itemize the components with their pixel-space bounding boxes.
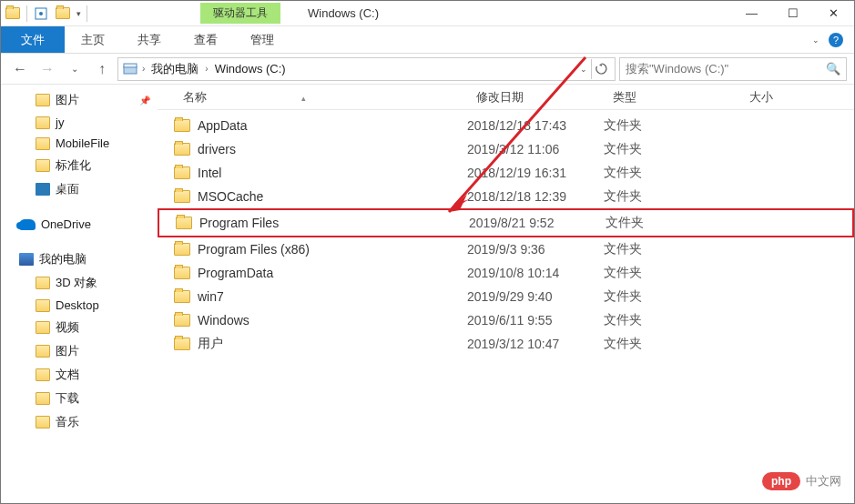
navigation-pane[interactable]: 图片📌jyMobileFile标准化桌面OneDrive我的电脑3D 对象Des…: [1, 85, 158, 504]
file-row[interactable]: Program Files2019/8/21 9:52文件夹: [158, 208, 854, 237]
tab-home[interactable]: 主页: [65, 26, 121, 53]
folder-icon-2[interactable]: [55, 5, 71, 22]
folder-icon: [36, 321, 50, 334]
recent-dropdown[interactable]: ⌄: [63, 57, 87, 81]
file-date: 2019/6/11 9:55: [467, 313, 604, 328]
folder-icon: [36, 116, 50, 129]
sidebar-item[interactable]: MobileFile: [1, 133, 158, 154]
file-type: 文件夹: [604, 188, 740, 205]
search-icon[interactable]: 🔍: [826, 62, 840, 76]
address-bar[interactable]: › 我的电脑 › Windows (C:) ⌄: [117, 57, 616, 81]
sidebar-item[interactable]: 音乐: [1, 410, 158, 434]
properties-icon[interactable]: [33, 5, 49, 22]
sidebar-item-label: Desktop: [56, 298, 99, 312]
folder-icon: [174, 166, 190, 179]
titlebar: ▾ 驱动器工具 Windows (C:) — ☐ ✕: [1, 1, 854, 26]
folder-icon: [36, 277, 50, 289]
column-headers: 名称 ▴ 修改日期 类型 大小: [158, 85, 854, 110]
tab-file[interactable]: 文件: [1, 26, 65, 53]
file-name: drivers: [198, 142, 236, 156]
folder-icon: [5, 5, 21, 22]
sidebar-item[interactable]: 下载: [1, 387, 158, 410]
tab-share[interactable]: 共享: [121, 26, 178, 53]
quick-access-toolbar: ▾: [1, 5, 91, 22]
refresh-button[interactable]: [591, 59, 611, 79]
file-name: Program Files (x86): [198, 242, 310, 257]
file-row[interactable]: 用户2019/3/12 10:47文件夹: [158, 332, 854, 356]
file-row[interactable]: ProgramData2019/10/8 10:14文件夹: [158, 261, 854, 285]
drive-icon: [122, 61, 138, 77]
file-type: 文件夹: [604, 241, 740, 257]
file-row[interactable]: AppData2018/12/18 17:43文件夹: [158, 114, 854, 137]
search-input[interactable]: 搜索"Windows (C:)" 🔍: [619, 57, 847, 81]
folder-icon: [36, 94, 50, 106]
file-type: 文件夹: [604, 288, 740, 305]
forward-button[interactable]: →: [36, 57, 59, 81]
back-button[interactable]: ←: [8, 57, 32, 81]
file-name: Program Files: [199, 216, 279, 230]
sidebar-item[interactable]: 桌面: [1, 177, 158, 201]
file-date: 2018/12/19 16:31: [467, 166, 604, 180]
folder-icon: [174, 338, 190, 350]
file-row[interactable]: Intel2018/12/19 16:31文件夹: [158, 161, 854, 185]
ribbon-expand-icon[interactable]: ⌄: [812, 35, 819, 45]
sidebar-item[interactable]: Desktop: [1, 295, 158, 316]
file-type: 文件夹: [604, 312, 740, 328]
up-button[interactable]: ↑: [90, 57, 114, 81]
file-row[interactable]: MSOCache2018/12/18 12:39文件夹: [158, 185, 854, 208]
maximize-button[interactable]: ☐: [772, 1, 813, 26]
column-header-name[interactable]: 名称 ▴: [158, 89, 467, 106]
ribbon-tabs: 文件 主页 共享 查看 管理 ⌄ ?: [1, 26, 854, 54]
file-date: 2018/12/18 12:39: [467, 189, 604, 204]
file-row[interactable]: Program Files (x86)2019/9/3 9:36文件夹: [158, 237, 854, 261]
file-date: 2018/12/18 17:43: [467, 118, 604, 133]
address-dropdown-icon[interactable]: ⌄: [580, 65, 587, 74]
sidebar-item-label: 下载: [56, 390, 79, 407]
file-type: 文件夹: [604, 117, 740, 134]
sidebar-item[interactable]: jy: [1, 112, 158, 133]
sidebar-item[interactable]: OneDrive: [1, 214, 158, 235]
breadcrumb-seg-1[interactable]: 我的电脑: [148, 61, 201, 77]
folder-icon: [36, 159, 50, 172]
minimize-button[interactable]: —: [731, 1, 772, 26]
sidebar-item[interactable]: 图片: [1, 339, 158, 363]
sidebar-item[interactable]: 视频: [1, 316, 158, 339]
folder-icon: [174, 243, 190, 256]
folder-icon: [176, 217, 192, 229]
tab-view[interactable]: 查看: [178, 26, 234, 53]
file-name: Windows: [198, 313, 249, 328]
chevron-right-icon[interactable]: ›: [140, 64, 147, 74]
sidebar-item-label: 图片: [56, 343, 79, 359]
svg-rect-3: [124, 64, 137, 67]
close-button[interactable]: ✕: [813, 1, 854, 26]
qat-dropdown-icon[interactable]: ▾: [76, 9, 81, 18]
sidebar-item[interactable]: 图片📌: [1, 88, 158, 112]
tab-manage[interactable]: 管理: [234, 26, 290, 53]
file-type: 文件夹: [604, 165, 740, 181]
file-row[interactable]: Windows2019/6/11 9:55文件夹: [158, 308, 854, 332]
file-date: 2019/9/3 9:36: [467, 242, 604, 257]
sidebar-item[interactable]: 3D 对象: [1, 271, 158, 295]
breadcrumb-seg-2[interactable]: Windows (C:): [212, 62, 289, 76]
help-icon[interactable]: ?: [829, 33, 843, 47]
sidebar-item-label: 文档: [56, 367, 79, 383]
column-header-date[interactable]: 修改日期: [467, 89, 604, 106]
navigation-bar: ← → ⌄ ↑ › 我的电脑 › Windows (C:) ⌄ 搜索"Windo…: [1, 54, 854, 85]
pc-icon: [19, 253, 34, 266]
folder-icon: [174, 314, 190, 327]
window-controls: — ☐ ✕: [731, 1, 854, 26]
sidebar-item[interactable]: 我的电脑: [1, 247, 158, 271]
sidebar-item[interactable]: 标准化: [1, 154, 158, 177]
sidebar-item-label: 3D 对象: [56, 275, 97, 291]
chevron-right-icon[interactable]: ›: [203, 64, 209, 74]
file-list[interactable]: AppData2018/12/18 17:43文件夹drivers2019/3/…: [158, 110, 854, 504]
column-header-size[interactable]: 大小: [740, 89, 854, 106]
folder-icon: [36, 299, 50, 312]
folder-icon: [174, 290, 190, 303]
file-row[interactable]: drivers2019/3/12 11:06文件夹: [158, 137, 854, 161]
main-area: 图片📌jyMobileFile标准化桌面OneDrive我的电脑3D 对象Des…: [1, 85, 854, 504]
sidebar-item[interactable]: 文档: [1, 363, 158, 387]
file-row[interactable]: win72019/9/29 9:40文件夹: [158, 285, 854, 308]
folder-icon: [36, 416, 50, 428]
column-header-type[interactable]: 类型: [604, 89, 740, 106]
